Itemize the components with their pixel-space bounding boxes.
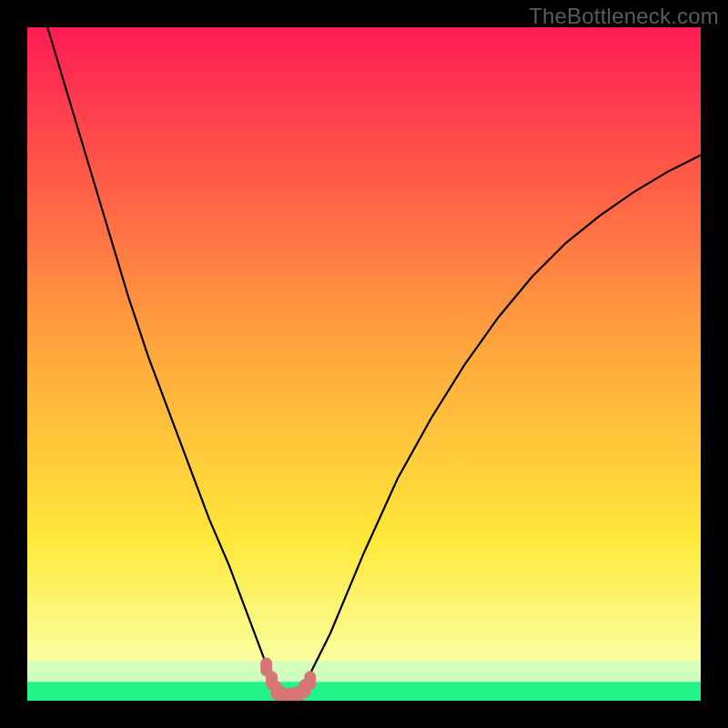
low-zone-upper (27, 661, 701, 683)
chart-frame: TheBottleneck.com (0, 0, 728, 728)
gradient-background (27, 27, 701, 701)
watermark-text: TheBottleneck.com (529, 4, 719, 29)
trough-marker (305, 672, 316, 690)
bottleneck-chart (27, 27, 701, 701)
low-zone (27, 682, 701, 701)
